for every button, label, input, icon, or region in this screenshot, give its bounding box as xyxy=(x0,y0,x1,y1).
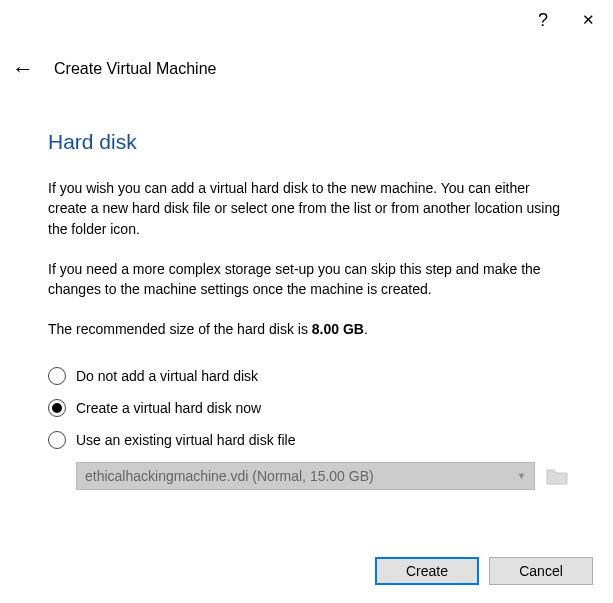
description-2: If you need a more complex storage set-u… xyxy=(48,259,569,300)
back-arrow-icon[interactable]: ← xyxy=(12,58,34,80)
recommended-suffix: . xyxy=(364,321,368,337)
radio-icon xyxy=(48,431,66,449)
create-button[interactable]: Create xyxy=(375,557,479,585)
cancel-button[interactable]: Cancel xyxy=(489,557,593,585)
dialog-title: Create Virtual Machine xyxy=(54,60,216,78)
recommended-prefix: The recommended size of the hard disk is xyxy=(48,321,312,337)
folder-icon[interactable] xyxy=(545,465,569,487)
chevron-down-icon: ▼ xyxy=(517,471,526,481)
radio-create-now[interactable]: Create a virtual hard disk now xyxy=(48,392,569,424)
page-heading: Hard disk xyxy=(48,130,569,154)
existing-disk-select: ethicalhackingmachine.vdi (Normal, 15.00… xyxy=(76,462,535,490)
close-icon[interactable]: ✕ xyxy=(578,9,599,31)
radio-label-use-existing: Use an existing virtual hard disk file xyxy=(76,432,295,448)
radio-label-create-now: Create a virtual hard disk now xyxy=(76,400,261,416)
recommended-size-text: The recommended size of the hard disk is… xyxy=(48,319,569,339)
existing-disk-value: ethicalhackingmachine.vdi (Normal, 15.00… xyxy=(85,468,374,484)
radio-icon xyxy=(48,367,66,385)
radio-use-existing[interactable]: Use an existing virtual hard disk file xyxy=(48,424,569,456)
radio-icon-selected xyxy=(48,399,66,417)
radio-no-disk[interactable]: Do not add a virtual hard disk xyxy=(48,360,569,392)
description-1: If you wish you can add a virtual hard d… xyxy=(48,178,569,239)
help-icon[interactable]: ? xyxy=(538,10,548,31)
recommended-value: 8.00 GB xyxy=(312,321,364,337)
radio-label-no-disk: Do not add a virtual hard disk xyxy=(76,368,258,384)
